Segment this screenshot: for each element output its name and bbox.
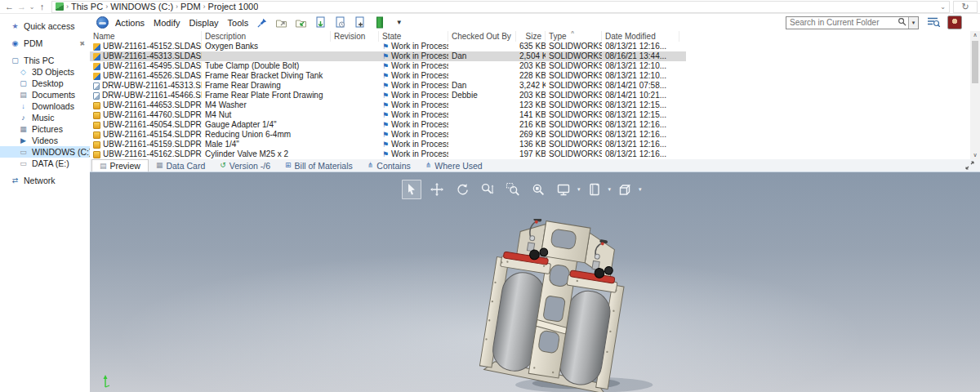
tab-bill-of-materials[interactable]: ⊞Bill of Materials (278, 159, 360, 172)
sidebar-item-pictures[interactable]: ▦Pictures (0, 123, 90, 135)
appearance-dropdown-icon[interactable]: ▾ (608, 186, 612, 193)
breadcrumb-segment-project-1000[interactable]: Project 1000 (208, 2, 259, 11)
column-header-description[interactable]: Description (202, 31, 331, 42)
scrollbar-thumb[interactable] (972, 41, 978, 83)
zoom-to-area-tool[interactable] (503, 180, 523, 199)
search-box: ▾ (786, 16, 919, 29)
table-row[interactable]: UBW-21161-45159.SLDPRTMale 1/4"⚑Work in … (90, 140, 686, 149)
breadcrumb-segment-windows-c[interactable]: WINDOWS (C:) (110, 2, 173, 11)
preview-pane[interactable]: ▾▾▾ (90, 172, 980, 392)
table-row[interactable]: UBW-21161-45526.SLDASMFrame Rear Bracket… (90, 71, 686, 81)
check-in-icon[interactable] (294, 16, 308, 29)
cell-name: UBW-21161-45159.SLDPRT (90, 140, 202, 149)
scroll-up-icon[interactable]: ∧ (973, 31, 977, 39)
pin-icon[interactable] (255, 16, 269, 29)
tab-data-card[interactable]: ▦Data Card (149, 159, 212, 172)
toolbar-overflow-icon[interactable]: ▼ (392, 16, 406, 29)
rotate-tool[interactable] (452, 180, 472, 199)
table-row[interactable]: UBW-21161-45152.SLDASMOxygen Banks⚑Work … (90, 42, 686, 51)
expand-preview-icon[interactable] (965, 161, 974, 170)
sidebar-item-pdm[interactable]: ◉PDM✚ (0, 38, 90, 49)
sidebar-item-network[interactable]: ⇄Network (0, 175, 90, 186)
address-dropdown-icon[interactable]: ⌄ (940, 3, 946, 11)
column-header-checked-out-by[interactable]: Checked Out By (448, 31, 516, 42)
preview-tab-bar: ▤Preview▦Data Card↺Version -/6⊞Bill of M… (90, 159, 980, 172)
menu-modify[interactable]: Modify (153, 18, 180, 28)
table-scrollbar[interactable]: ∧ ∨ (970, 31, 980, 159)
column-header-revision[interactable]: Revision (331, 31, 379, 42)
table-row[interactable]: UBW-21161-45495.SLDASMTube Clamp (Double… (90, 61, 686, 71)
drawing-file-icon (93, 82, 100, 90)
menu-display[interactable]: Display (188, 18, 219, 28)
table-row[interactable]: UBW-21161-44653.SLDPRTM4 Washer⚑Work in … (90, 100, 686, 110)
refresh-button[interactable]: ↻ (953, 1, 978, 13)
display-mode-dropdown-icon[interactable]: ▾ (577, 186, 581, 193)
breadcrumb-segment-this-pc[interactable]: This PC (71, 2, 103, 11)
table-row[interactable]: UBW-21161-45054.SLDPRTGauge Adapter 1/4"… (90, 120, 686, 130)
table-row[interactable]: DRW-UBW-21161-45313.SLDDRWFrame Rear Dra… (90, 81, 686, 91)
pan-tool[interactable] (427, 180, 447, 199)
back-button[interactable]: ← (3, 1, 16, 13)
breadcrumb: ›This PC›WINDOWS (C:)›PDM›Project 1000 (66, 2, 258, 11)
cell-checked-out-by (448, 71, 516, 81)
select-tool[interactable] (402, 180, 421, 199)
cell-size: 635 KB (516, 42, 546, 51)
table-row[interactable]: UBW-21161-45313.SLDASM⚑Work in ProcessDa… (90, 51, 686, 61)
table-row[interactable]: UBW-21161-45154.SLDPRTReducing Union 6-4… (90, 130, 686, 140)
column-header-type[interactable]: Type∧ (546, 31, 602, 42)
sidebar-item-documents[interactable]: ▤Documents (0, 89, 90, 100)
tab-contains[interactable]: ⋔Contains (360, 159, 418, 172)
zoom-to-fit-tool[interactable] (528, 180, 548, 199)
cell-type: SOLIDWORKS ... (546, 149, 602, 159)
sidebar-list: ★Quick access◉PDM✚▢This PC◇3D Objects▢De… (0, 20, 90, 186)
appearance-tool[interactable] (585, 180, 604, 199)
tab-where-used[interactable]: ⋔Where Used (418, 159, 490, 172)
sidebar-item-downloads[interactable]: ↓Downloads (0, 100, 90, 112)
history-dropdown-icon[interactable]: ⌄ (28, 1, 36, 13)
cell-state: ⚑Work in Process (379, 130, 448, 140)
sidebar-item-this-pc[interactable]: ▢This PC (0, 55, 90, 66)
sidebar-item-windows-c[interactable]: ▭WINDOWS (C:) (0, 146, 90, 158)
up-button[interactable]: ↑ (36, 1, 48, 13)
sidebar-item-3d-objects[interactable]: ◇3D Objects (0, 66, 90, 78)
change-state-icon[interactable] (372, 16, 386, 29)
column-header-name[interactable]: Name (90, 31, 202, 42)
add-file-icon[interactable] (353, 16, 367, 29)
tab-preview[interactable]: ▤Preview (91, 159, 149, 172)
search-icon[interactable] (896, 17, 908, 28)
sidebar-item-videos[interactable]: ▶Videos (0, 135, 90, 146)
column-header-size[interactable]: Size (516, 31, 546, 42)
view-orientation-tool[interactable] (615, 180, 635, 199)
view-orientation-dropdown-icon[interactable]: ▾ (639, 186, 642, 193)
breadcrumb-segment-pdm[interactable]: PDM (180, 2, 200, 11)
address-bar[interactable]: ›This PC›WINDOWS (C:)›PDM›Project 1000 ⌄ (51, 1, 950, 13)
cell-revision (331, 100, 379, 110)
column-header-date-modified[interactable]: Date Modified (602, 31, 679, 42)
sidebar-item-quick-access[interactable]: ★Quick access (0, 20, 90, 32)
scroll-down-icon[interactable]: ∨ (973, 151, 977, 159)
forward-button[interactable]: → (16, 1, 28, 13)
display-mode-tool[interactable] (554, 180, 573, 199)
column-header-state[interactable]: State (379, 31, 448, 42)
version-icon: ↺ (220, 162, 226, 169)
search-input[interactable] (786, 18, 896, 27)
table-row[interactable]: DRW-UBW-21161-45466.SLDDRWFrame Rear Pla… (90, 91, 686, 100)
menu-tools[interactable]: Tools (227, 18, 250, 28)
get-latest-version-icon[interactable] (314, 16, 327, 29)
quick-search-icon[interactable] (927, 16, 940, 29)
sidebar-item-label: Network (24, 176, 56, 185)
user-avatar[interactable] (947, 16, 962, 29)
table-row[interactable]: UBW-21161-44760.SLDPRTM4 Nut⚑Work in Pro… (90, 110, 686, 120)
zoom-in-out-tool[interactable] (478, 180, 497, 199)
sidebar-gap (0, 169, 90, 175)
cell-description: Male 1/4" (202, 140, 331, 149)
table-row[interactable]: UBW-21161-45162.SLDPRTCylinder Valve M25… (90, 149, 686, 159)
tab-version-6[interactable]: ↺Version -/6 (212, 159, 278, 172)
search-dropdown-icon[interactable]: ▾ (908, 17, 918, 29)
menu-actions[interactable]: Actions (114, 18, 145, 28)
get-version-icon[interactable] (333, 16, 347, 29)
sidebar-item-desktop[interactable]: ▢Desktop (0, 78, 90, 89)
check-out-icon[interactable] (274, 16, 288, 29)
sidebar-item-music[interactable]: ♪Music (0, 112, 90, 123)
sidebar-item-data-e[interactable]: ▭DATA (E:) (0, 158, 90, 169)
